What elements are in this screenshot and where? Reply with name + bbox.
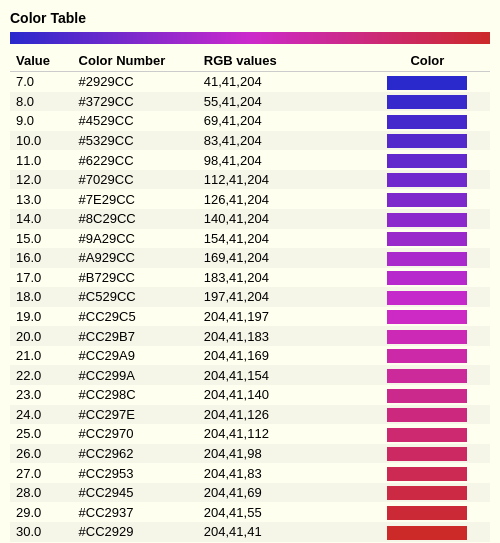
cell-color [365,287,490,307]
cell-color-number: #6229CC [73,150,198,170]
cell-rgb: 204,41,126 [198,405,365,425]
cell-rgb: 154,41,204 [198,229,365,249]
cell-color-number: #3729CC [73,92,198,112]
cell-rgb: 204,41,169 [198,346,365,366]
cell-color-number: #8C29CC [73,209,198,229]
table-row: 28.0#CC2945204,41,69 [10,483,490,503]
cell-color-number: #CC2970 [73,424,198,444]
cell-rgb: 83,41,204 [198,131,365,151]
cell-color [365,111,490,131]
cell-color-number: #C529CC [73,287,198,307]
color-swatch [387,526,467,540]
cell-color [365,72,490,92]
cell-value: 10.0 [10,131,73,151]
cell-color [365,365,490,385]
gradient-bar [10,32,490,44]
table-row: 16.0#A929CC169,41,204 [10,248,490,268]
table-row: 22.0#CC299A204,41,154 [10,365,490,385]
cell-value: 19.0 [10,307,73,327]
cell-color-number: #CC2953 [73,463,198,483]
table-row: 20.0#CC29B7204,41,183 [10,326,490,346]
table-row: 23.0#CC298C204,41,140 [10,385,490,405]
title: Color Table [10,10,490,26]
cell-value: 21.0 [10,346,73,366]
cell-color-number: #CC29C5 [73,307,198,327]
cell-color [365,405,490,425]
color-swatch [387,389,467,403]
color-swatch [387,369,467,383]
cell-rgb: 197,41,204 [198,287,365,307]
cell-value: 25.0 [10,424,73,444]
color-swatch [387,115,467,129]
col-header-color-number: Color Number [73,50,198,72]
cell-rgb: 204,41,55 [198,502,365,522]
cell-color-number: #CC29A9 [73,346,198,366]
col-header-value: Value [10,50,73,72]
table-row: 24.0#CC297E204,41,126 [10,405,490,425]
cell-value: 26.0 [10,444,73,464]
cell-color-number: #B729CC [73,268,198,288]
cell-color-number: #CC297E [73,405,198,425]
color-swatch [387,467,467,481]
color-swatch [387,134,467,148]
cell-color [365,326,490,346]
cell-color-number: #4529CC [73,111,198,131]
color-swatch [387,271,467,285]
color-swatch [387,154,467,168]
cell-value: 18.0 [10,287,73,307]
table-row: 9.0#4529CC69,41,204 [10,111,490,131]
cell-color [365,307,490,327]
table-header-row: Value Color Number RGB values Color [10,50,490,72]
cell-value: 13.0 [10,189,73,209]
cell-value: 17.0 [10,268,73,288]
cell-value: 24.0 [10,405,73,425]
table-row: 7.0#2929CC41,41,204 [10,72,490,92]
cell-rgb: 204,41,140 [198,385,365,405]
col-header-rgb: RGB values [198,50,365,72]
cell-rgb: 204,41,83 [198,463,365,483]
cell-rgb: 69,41,204 [198,111,365,131]
cell-color-number: #CC298C [73,385,198,405]
cell-rgb: 204,41,183 [198,326,365,346]
cell-color [365,346,490,366]
cell-rgb: 204,41,69 [198,483,365,503]
cell-rgb: 169,41,204 [198,248,365,268]
cell-color [365,209,490,229]
cell-value: 15.0 [10,229,73,249]
table-row: 30.0#CC2929204,41,41 [10,522,490,542]
table-row: 21.0#CC29A9204,41,169 [10,346,490,366]
cell-color [365,502,490,522]
color-swatch [387,428,467,442]
color-swatch [387,173,467,187]
color-swatch [387,349,467,363]
cell-value: 28.0 [10,483,73,503]
color-swatch [387,252,467,266]
cell-color [365,131,490,151]
cell-rgb: 126,41,204 [198,189,365,209]
cell-color-number: #CC2937 [73,502,198,522]
cell-value: 7.0 [10,72,73,92]
table-row: 26.0#CC2962204,41,98 [10,444,490,464]
cell-value: 12.0 [10,170,73,190]
cell-value: 23.0 [10,385,73,405]
color-swatch [387,193,467,207]
cell-rgb: 204,41,197 [198,307,365,327]
cell-color-number: #CC2929 [73,522,198,542]
cell-color-number: #CC2945 [73,483,198,503]
cell-value: 20.0 [10,326,73,346]
color-swatch [387,76,467,90]
cell-color-number: #5329CC [73,131,198,151]
cell-rgb: 204,41,154 [198,365,365,385]
cell-color [365,170,490,190]
cell-color-number: #7E29CC [73,189,198,209]
color-swatch [387,95,467,109]
cell-color [365,463,490,483]
cell-value: 29.0 [10,502,73,522]
col-header-color: Color [365,50,490,72]
cell-color-number: #CC2962 [73,444,198,464]
cell-value: 9.0 [10,111,73,131]
cell-color [365,424,490,444]
cell-rgb: 140,41,204 [198,209,365,229]
cell-color-number: #A929CC [73,248,198,268]
cell-value: 27.0 [10,463,73,483]
